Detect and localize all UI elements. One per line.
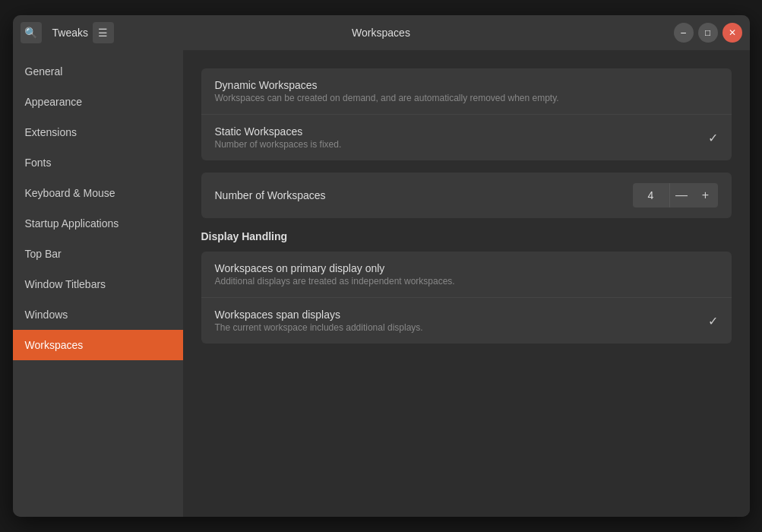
close-button[interactable]: ✕: [722, 23, 742, 43]
span-displays-desc: The current workspace includes additiona…: [215, 322, 423, 333]
main-content: Dynamic Workspaces Workspaces can be cre…: [183, 50, 750, 517]
static-workspaces-row[interactable]: Static Workspaces Number of workspaces i…: [201, 115, 732, 160]
number-of-workspaces-row: Number of Workspaces 4 — +: [201, 173, 732, 218]
search-button[interactable]: 🔍: [21, 22, 42, 43]
sidebar-item-window-titlebars[interactable]: Window Titlebars: [13, 269, 183, 299]
sidebar-item-workspaces[interactable]: Workspaces: [13, 330, 183, 360]
menu-button[interactable]: ☰: [93, 22, 114, 43]
titlebar-right: – □ ✕: [674, 23, 742, 43]
static-workspaces-desc: Number of workspaces is fixed.: [215, 139, 342, 150]
minimize-button[interactable]: –: [674, 23, 694, 43]
app-window: 🔍 Tweaks ☰ Workspaces – □ ✕ General: [13, 15, 750, 517]
dynamic-workspaces-row[interactable]: Dynamic Workspaces Workspaces can be cre…: [201, 68, 732, 115]
sidebar-item-general[interactable]: General: [13, 56, 183, 87]
sidebar-item-windows[interactable]: Windows: [13, 299, 183, 330]
span-displays-row[interactable]: Workspaces span displays The current wor…: [201, 298, 732, 344]
app-name: Tweaks: [52, 27, 88, 39]
workspace-count: 4: [633, 183, 669, 207]
decrement-button[interactable]: —: [669, 183, 694, 207]
menu-icon: ☰: [98, 27, 108, 39]
dynamic-workspaces-title: Dynamic Workspaces: [215, 79, 559, 91]
sidebar-item-appearance[interactable]: Appearance: [13, 87, 183, 117]
sidebar-item-startup-applications[interactable]: Startup Applications: [13, 208, 183, 239]
window-title: Workspaces: [352, 27, 410, 39]
titlebar-left: 🔍 Tweaks ☰: [21, 22, 114, 43]
sidebar-item-top-bar[interactable]: Top Bar: [13, 239, 183, 269]
sidebar-item-keyboard-mouse[interactable]: Keyboard & Mouse: [13, 178, 183, 208]
display-handling-label: Display Handling: [201, 230, 732, 242]
display-handling-card: Workspaces on primary display only Addit…: [201, 252, 732, 344]
sidebar: General Appearance Extensions Fonts Keyb…: [13, 50, 183, 517]
primary-display-desc: Additional displays are treated as indep…: [215, 276, 455, 287]
close-icon: ✕: [729, 27, 736, 38]
static-workspaces-title: Static Workspaces: [215, 125, 342, 138]
dynamic-workspaces-desc: Workspaces can be created on demand, and…: [215, 93, 559, 103]
primary-display-title: Workspaces on primary display only: [215, 262, 455, 274]
number-of-workspaces-label: Number of Workspaces: [215, 189, 633, 201]
minimize-icon: –: [681, 27, 686, 38]
maximize-icon: □: [705, 27, 710, 38]
primary-display-row[interactable]: Workspaces on primary display only Addit…: [201, 252, 732, 298]
content-area: General Appearance Extensions Fonts Keyb…: [13, 50, 750, 517]
titlebar: 🔍 Tweaks ☰ Workspaces – □ ✕: [13, 15, 750, 50]
span-displays-title: Workspaces span displays: [215, 309, 423, 321]
static-checkmark: ✓: [708, 131, 718, 145]
search-icon: 🔍: [24, 27, 37, 39]
minus-icon: —: [675, 188, 688, 202]
sidebar-item-extensions[interactable]: Extensions: [13, 117, 183, 147]
plus-icon: +: [702, 188, 709, 202]
workspace-type-card: Dynamic Workspaces Workspaces can be cre…: [201, 68, 732, 160]
number-control: 4 — +: [633, 183, 718, 207]
sidebar-item-fonts[interactable]: Fonts: [13, 147, 183, 178]
increment-button[interactable]: +: [694, 183, 718, 207]
span-displays-checkmark: ✓: [708, 314, 718, 328]
maximize-button[interactable]: □: [698, 23, 718, 43]
